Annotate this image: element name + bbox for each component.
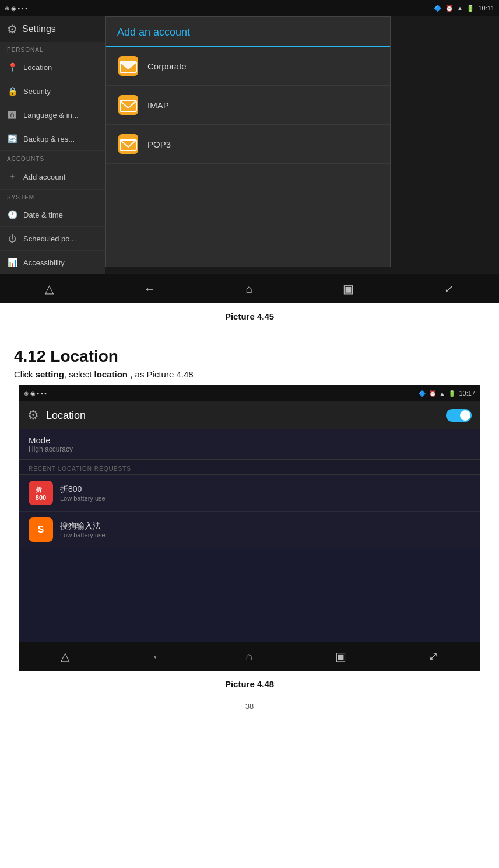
recent-item-1-name: 折800	[60, 484, 106, 495]
nav-home-icon[interactable]: ⌂	[245, 282, 252, 296]
screenshot-2: ⊕ ◉ ▪ ▪ ▪ 🔷 ⏰ ▲ 🔋 10:17 ⚙ Location Mode …	[19, 385, 480, 671]
mode-value: High accuracy	[29, 445, 470, 453]
recent-location-label: RECENT LOCATION REQUESTS	[19, 459, 480, 475]
nav-up-icon[interactable]: △	[45, 282, 54, 296]
recent-item-2-info: 搜狗输入法 Low battery use	[60, 521, 106, 538]
dialog-item-corporate[interactable]: Corporate	[106, 47, 390, 86]
location-content: Mode High accuracy RECENT LOCATION REQUE…	[19, 429, 480, 548]
sidebar-security-text: Security	[23, 87, 51, 96]
dialog-item-pop3[interactable]: POP3	[106, 125, 390, 164]
status-bar-right: 🔷 ⏰ ▲ 🔋 10:11	[434, 5, 494, 12]
imap-label: IMAP	[147, 100, 169, 110]
nav-screenshot-icon-2[interactable]: ⤢	[428, 649, 438, 663]
recent-item-2-name: 搜狗输入法	[60, 521, 106, 531]
location-toggle[interactable]	[446, 409, 472, 422]
lock-icon: 🔒	[7, 86, 17, 96]
alarm-icon: ⏰	[445, 5, 454, 12]
sidebar-location-text: Location	[23, 63, 52, 72]
recent-item-2[interactable]: S 搜狗输入法 Low battery use	[19, 512, 480, 548]
sidebar-item-security[interactable]: 🔒 Security	[0, 79, 105, 103]
backup-icon: 🔄	[7, 134, 17, 144]
wifi-icon-2: ▲	[440, 390, 445, 397]
add-icon: ＋	[7, 172, 17, 182]
battery-icon-2: 🔋	[448, 390, 455, 397]
pop3-icon	[117, 133, 139, 155]
sidebar-accessibility-text: Accessibility	[23, 258, 65, 267]
section-title-word: Location	[50, 347, 118, 365]
mode-title: Mode	[29, 435, 470, 445]
recent-item-1-sub: Low battery use	[60, 495, 106, 502]
screenshot-1: ⊕ ◉ ▪ ▪ ▪ 🔷 ⏰ ▲ 🔋 10:11 ⚙ Settings PERSO…	[0, 0, 499, 303]
nav-back-icon-2[interactable]: ←	[152, 650, 163, 663]
nav-recents-icon[interactable]: ▣	[343, 282, 354, 296]
sidebar-item-datetime[interactable]: 🕐 Date & time	[0, 203, 105, 227]
corporate-icon	[117, 55, 139, 77]
add-account-dialog: Add an account Corporate IMAP	[105, 16, 391, 267]
location-icon: 📍	[7, 62, 17, 72]
status-bar-2: ⊕ ◉ ▪ ▪ ▪ 🔷 ⏰ ▲ 🔋 10:17	[19, 385, 480, 401]
dialog-item-imap[interactable]: IMAP	[106, 86, 390, 125]
location-header: ⚙ Location	[19, 401, 480, 429]
recent-item-2-sub: Low battery use	[60, 531, 106, 538]
caption-2: Picture 4.48	[0, 671, 499, 697]
battery-icon: 🔋	[466, 5, 475, 12]
bluetooth-icon: 🔷	[434, 5, 442, 12]
nav-screenshot-icon[interactable]: ⤢	[444, 282, 454, 296]
nav-back-icon[interactable]: ←	[144, 282, 156, 296]
section-number: 4.12	[14, 347, 46, 365]
personal-section-label: PERSONAL	[0, 42, 105, 55]
app-icons: ⊕ ◉ ▪ ▪ ▪	[5, 5, 27, 12]
sidebar-item-accessibility[interactable]: 📊 Accessibility	[0, 251, 105, 275]
nav-recents-icon-2[interactable]: ▣	[335, 649, 346, 663]
section-description: Click setting, select location , as Pict…	[14, 369, 485, 379]
desc-bold-setting: setting	[36, 369, 64, 379]
recent-item-1[interactable]: 折800 折800 Low battery use	[19, 475, 480, 512]
app-icon-1: 折800	[29, 481, 53, 505]
alarm-icon-2: ⏰	[429, 390, 436, 397]
app-icon-2: S	[29, 517, 53, 542]
nav-bar-2: △ ← ⌂ ▣ ⤢	[19, 642, 480, 671]
section-heading: 4.12 Location Click setting, select loca…	[0, 330, 499, 385]
bluetooth-icon-2: 🔷	[419, 390, 426, 397]
sidebar-datetime-text: Date & time	[23, 211, 63, 219]
gear-icon: ⚙	[7, 22, 17, 36]
toggle-knob	[460, 410, 470, 421]
sidebar-item-scheduled[interactable]: ⏻ Scheduled po...	[0, 227, 105, 251]
sidebar-backup-text: Backup & res...	[23, 135, 75, 144]
nav-home-icon-2[interactable]: ⌂	[245, 650, 252, 663]
settings-title-bar: ⚙ Settings	[0, 16, 105, 42]
power-icon: ⏻	[7, 234, 17, 243]
sidebar-item-language[interactable]: 🅰 Language & in...	[0, 103, 105, 127]
status-bar-2-left: ⊕ ◉ ▪ ▪ ▪	[24, 390, 47, 397]
clock-icon: 🕐	[7, 210, 17, 219]
status-bar-left: ⊕ ◉ ▪ ▪ ▪	[5, 5, 27, 12]
page-number: 38	[0, 697, 499, 715]
sidebar-scheduled-text: Scheduled po...	[23, 235, 76, 243]
nav-up-icon-2[interactable]: △	[61, 649, 69, 663]
sidebar-item-backup[interactable]: 🔄 Backup & res...	[0, 127, 105, 151]
system-section-label: SYSTEM	[0, 190, 105, 203]
clock-2: 10:17	[459, 390, 475, 397]
clock: 10:11	[478, 5, 494, 12]
caption-1: Picture 4.45	[0, 303, 499, 330]
desc-bold-location: location	[94, 369, 128, 379]
sidebar-add-account-text: Add account	[23, 173, 65, 181]
location-header-title: Location	[46, 410, 439, 422]
language-icon: 🅰	[7, 110, 17, 120]
settings-title-text: Settings	[22, 24, 56, 34]
gear-icon-2: ⚙	[27, 408, 39, 423]
accounts-section-label: ACCOUNTS	[0, 151, 105, 164]
pop3-label: POP3	[147, 139, 171, 149]
imap-icon	[117, 94, 139, 116]
mode-item[interactable]: Mode High accuracy	[19, 429, 480, 459]
sidebar-item-location[interactable]: 📍 Location	[0, 55, 105, 79]
sidebar-item-add-account[interactable]: ＋ Add account	[0, 164, 105, 190]
nav-bar-1: △ ← ⌂ ▣ ⤢	[0, 274, 499, 303]
desc-prefix: Click	[14, 369, 36, 379]
recent-item-1-info: 折800 Low battery use	[60, 484, 106, 502]
corporate-label: Corporate	[147, 61, 187, 71]
sidebar-language-text: Language & in...	[23, 111, 79, 120]
accessibility-icon: 📊	[7, 258, 17, 267]
dialog-title: Add an account	[106, 17, 390, 47]
wifi-icon: ▲	[457, 5, 463, 12]
